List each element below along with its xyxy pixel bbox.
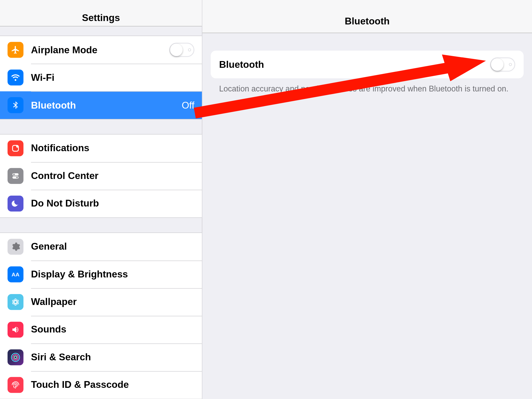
siri-icon [8,349,23,365]
sidebar-item-label: Airplane Mode [31,44,169,56]
bluetooth-status-value: Off [182,99,194,111]
svg-point-5 [16,177,18,178]
svg-point-1 [16,145,19,148]
fingerprint-icon [8,377,23,393]
svg-point-9 [17,300,18,301]
sidebar-item-label: Control Center [31,170,194,182]
sidebar-item-wifi[interactable]: Wi-Fi [0,64,202,91]
settings-group-network: Airplane Mode Wi-Fi Bluetooth Off [0,36,202,119]
svg-point-12 [13,302,14,304]
bluetooth-toggle-label: Bluetooth [219,59,490,70]
sidebar-item-label: General [31,241,194,252]
moon-icon [8,196,23,211]
sidebar-item-label: Notifications [31,143,194,154]
display-icon: AA [8,266,23,282]
svg-point-16 [14,356,17,358]
sidebar-item-label: Wallpaper [31,296,194,308]
settings-sidebar: Settings Airplane Mode Wi-Fi [0,0,202,399]
svg-point-15 [13,354,18,360]
bluetooth-footer-text: Location accuracy and nearby services ar… [211,78,524,95]
settings-group-focus: Notifications Control Center Do Not Dist… [0,134,202,218]
sounds-icon [8,322,23,337]
sidebar-item-bluetooth[interactable]: Bluetooth Off [0,91,202,119]
sidebar-item-controlcenter[interactable]: Control Center [0,162,202,190]
svg-point-10 [17,302,18,304]
sidebar-item-label: Wi-Fi [31,72,194,83]
svg-point-7 [14,301,17,303]
airplane-toggle[interactable] [169,43,194,57]
detail-pane: Bluetooth Bluetooth Location accuracy an… [202,0,532,399]
svg-point-13 [13,300,14,301]
sidebar-item-sounds[interactable]: Sounds [0,316,202,343]
bluetooth-icon [8,97,23,113]
sidebar-item-display[interactable]: AA Display & Brightness [0,260,202,288]
sidebar-title: Settings [0,0,202,26]
sidebar-item-label: Sounds [31,324,194,335]
sidebar-item-label: Display & Brightness [31,269,194,280]
svg-point-8 [15,299,16,300]
svg-point-11 [15,303,16,305]
sidebar-item-dnd[interactable]: Do Not Disturb [0,190,202,217]
detail-title: Bluetooth [202,0,532,33]
sidebar-item-siri[interactable]: Siri & Search [0,343,202,371]
sidebar-item-notifications[interactable]: Notifications [0,134,202,162]
sidebar-item-label: Do Not Disturb [31,198,194,209]
airplane-icon [8,42,23,58]
sidebar-item-label: Bluetooth [31,99,182,111]
notifications-icon [8,140,23,156]
sidebar-item-touchid[interactable]: Touch ID & Passcode [0,371,202,398]
wallpaper-icon [8,294,23,310]
sidebar-item-label: Touch ID & Passcode [31,379,194,390]
svg-point-4 [13,174,15,175]
sidebar-item-airplane[interactable]: Airplane Mode [0,36,202,64]
sidebar-item-wallpaper[interactable]: Wallpaper [0,288,202,316]
svg-text:AA: AA [12,271,19,277]
wifi-icon [8,70,23,85]
bluetooth-toggle[interactable] [490,57,515,72]
bluetooth-toggle-row[interactable]: Bluetooth [211,51,524,78]
sidebar-item-general[interactable]: General [0,233,202,260]
settings-group-general: General AA Display & Brightness Wallpape… [0,232,202,399]
gear-icon [8,238,23,254]
controlcenter-icon [8,168,23,184]
sidebar-item-label: Siri & Search [31,351,194,363]
